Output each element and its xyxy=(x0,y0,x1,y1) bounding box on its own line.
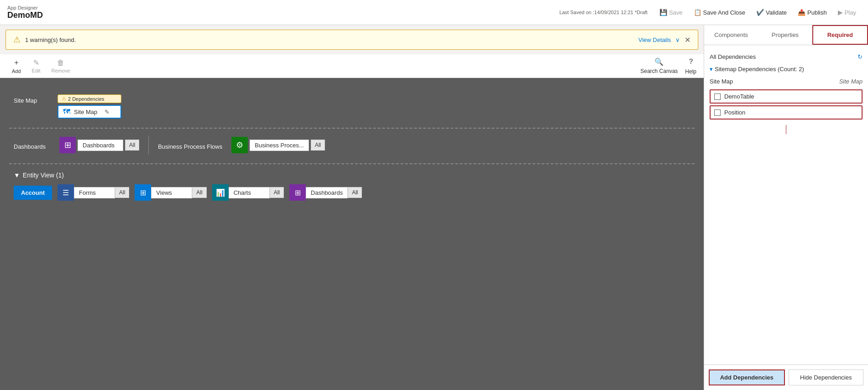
dashboards-component: ⊞ Dashboards All xyxy=(59,137,139,153)
play-button[interactable]: ▶ Play xyxy=(833,7,861,18)
remove-icon: 🗑 xyxy=(57,59,64,67)
forms-all-btn[interactable]: All xyxy=(115,187,129,198)
sitemap-section: Site Map ⚠ 2 Dependencies 🗺 Site Map ✎ xyxy=(9,87,695,129)
canvas-area: ⚠ 1 warning(s) found. View Details ∨ ✕ ＋… xyxy=(0,25,704,390)
all-dependencies-row: All Dependencies ↻ xyxy=(710,51,863,63)
play-icon: ▶ xyxy=(838,9,843,16)
dep-item-demotable: DemoTable xyxy=(710,89,863,104)
main-layout: ⚠ 1 warning(s) found. View Details ∨ ✕ ＋… xyxy=(0,25,868,390)
entity-view-label: Entity View (1) xyxy=(23,172,64,179)
add-dependencies-button[interactable]: Add Dependencies xyxy=(709,369,785,385)
search-icon: 🔍 xyxy=(654,57,664,66)
forms-component: ☰ Forms All xyxy=(58,184,129,201)
add-button[interactable]: ＋ Add xyxy=(7,56,26,76)
views-label: Views xyxy=(151,187,192,198)
add-label: Add xyxy=(12,68,21,74)
app-name: DemoMD xyxy=(7,10,43,20)
bpf-icon: ⚙ xyxy=(236,140,243,150)
bpf-label-box: Business Proces... xyxy=(250,140,309,151)
refresh-icon[interactable]: ↻ xyxy=(858,53,863,60)
app-title-area: App Designer DemoMD xyxy=(7,5,43,20)
charts-label: Charts xyxy=(229,187,270,198)
toolbar-right: 🔍 Search Canvas ？ Help xyxy=(640,57,696,75)
publish-button[interactable]: 📤 Publish xyxy=(793,7,831,18)
views-icon-box: ⊞ xyxy=(135,184,151,201)
tab-required[interactable]: Required xyxy=(812,25,868,45)
entity-dashboards-label: Dashboards xyxy=(306,187,348,198)
hide-dependencies-button[interactable]: Hide Dependencies xyxy=(789,369,864,385)
dep-label-demotable: DemoTable xyxy=(724,93,754,100)
sitemap-row: Site Map ⚠ 2 Dependencies 🗺 Site Map ✎ xyxy=(14,94,690,119)
sitemap-dep-subsection: ▾ Sitemap Dependencies (Count: 2) xyxy=(710,63,863,75)
dashboards-icon-box: ⊞ xyxy=(59,137,76,153)
sitemap-tile-icon: 🗺 xyxy=(63,108,70,116)
edit-button[interactable]: ✎ Edit xyxy=(27,57,45,75)
edit-label: Edit xyxy=(32,68,41,73)
panel-footer: Add Dependencies Hide Dependencies xyxy=(704,364,868,390)
warning-bar-left: ⚠ 1 warning(s) found. xyxy=(13,35,76,45)
dashboards-all-btn[interactable]: All xyxy=(125,140,139,151)
charts-icon-box: 📊 xyxy=(212,184,229,201)
save-close-label: Save And Close xyxy=(703,9,746,16)
help-button[interactable]: ？ Help xyxy=(685,57,696,75)
account-button[interactable]: Account xyxy=(14,186,52,200)
charts-all-btn[interactable]: All xyxy=(270,187,284,198)
sitemap-edit-icon[interactable]: ✎ xyxy=(105,109,110,115)
dashboards-label-box: Dashboards xyxy=(78,140,123,151)
entity-view-header: ▼ Entity View (1) xyxy=(14,172,690,179)
last-saved-label: Last Saved on :14/09/2021 12:21 *Draft xyxy=(559,10,648,15)
search-canvas-button[interactable]: 🔍 Search Canvas xyxy=(640,57,678,74)
forms-icon-box: ☰ xyxy=(58,184,74,201)
warning-bar-right[interactable]: View Details ∨ ✕ xyxy=(638,36,690,44)
edit-icon: ✎ xyxy=(33,58,39,67)
validate-label: Validate xyxy=(766,9,787,16)
bpf-section-label: Business Process Flows xyxy=(158,143,222,150)
views-all-btn[interactable]: All xyxy=(192,187,206,198)
entity-row: Account ☰ Forms All ⊞ xyxy=(14,184,690,201)
top-bar-actions: Last Saved on :14/09/2021 12:21 *Draft 💾… xyxy=(559,7,861,18)
dep-checkbox-position[interactable] xyxy=(714,109,721,116)
dep-checkbox-demotable[interactable] xyxy=(714,94,721,100)
dep-warning-icon: ⚠ xyxy=(62,96,66,102)
tab-properties[interactable]: Properties xyxy=(758,25,812,45)
forms-label: Forms xyxy=(74,187,115,198)
forms-icon: ☰ xyxy=(63,188,69,197)
view-details-link[interactable]: View Details xyxy=(638,36,671,43)
save-close-button[interactable]: 📋 Save And Close xyxy=(689,7,750,18)
add-icon: ＋ xyxy=(13,58,20,68)
validate-button[interactable]: ✔️ Validate xyxy=(752,7,791,18)
tab-components[interactable]: Components xyxy=(704,25,758,45)
panel-content: All Dependencies ↻ ▾ Sitemap Dependencie… xyxy=(704,45,868,364)
charts-icon: 📊 xyxy=(216,188,225,197)
save-icon: 💾 xyxy=(659,9,667,16)
sitemap-tile-container: ⚠ 2 Dependencies 🗺 Site Map ✎ xyxy=(58,94,121,119)
publish-icon: 📤 xyxy=(798,9,805,16)
save-close-icon: 📋 xyxy=(694,9,701,16)
entity-view-section: ▼ Entity View (1) Account ☰ Forms All xyxy=(9,164,695,210)
canvas-content: Site Map ⚠ 2 Dependencies 🗺 Site Map ✎ xyxy=(0,78,704,390)
remove-button[interactable]: 🗑 Remove xyxy=(47,57,75,75)
sitemap-tile[interactable]: 🗺 Site Map ✎ xyxy=(58,105,121,119)
dashboards-section-label: Dashboards xyxy=(14,143,50,150)
entity-dashboards-component: ⊞ Dashboards All xyxy=(289,184,362,201)
collapse-icon[interactable]: ▼ xyxy=(14,172,20,179)
dependencies-badge: ⚠ 2 Dependencies xyxy=(58,94,121,103)
remove-label: Remove xyxy=(52,68,70,73)
app-designer-label: App Designer xyxy=(7,5,43,10)
dashboards-bpf-row: Dashboards ⊞ Dashboards All Business Pro… xyxy=(14,136,690,154)
sitemap-section-label: Site Map xyxy=(14,97,50,104)
warning-close-icon[interactable]: ✕ xyxy=(685,36,690,44)
save-button[interactable]: 💾 Save xyxy=(655,7,687,18)
sitemap-dep-label: Sitemap Dependencies (Count: 2) xyxy=(715,66,804,73)
canvas-toolbar: ＋ Add ✎ Edit 🗑 Remove 🔍 Search Canvas xyxy=(0,54,704,78)
play-label: Play xyxy=(845,9,856,16)
bpf-all-btn[interactable]: All xyxy=(311,140,325,151)
chevron-down-icon: ∨ xyxy=(675,36,680,43)
views-icon: ⊞ xyxy=(140,188,146,197)
entity-dashboards-all-btn[interactable]: All xyxy=(348,187,362,198)
help-icon: ？ xyxy=(687,57,695,67)
bpf-component: ⚙ Business Proces... All xyxy=(231,137,325,153)
entity-dashboards-icon: ⊞ xyxy=(295,188,301,197)
top-bar: App Designer DemoMD Last Saved on :14/09… xyxy=(0,0,868,25)
warning-icon: ⚠ xyxy=(13,35,21,45)
